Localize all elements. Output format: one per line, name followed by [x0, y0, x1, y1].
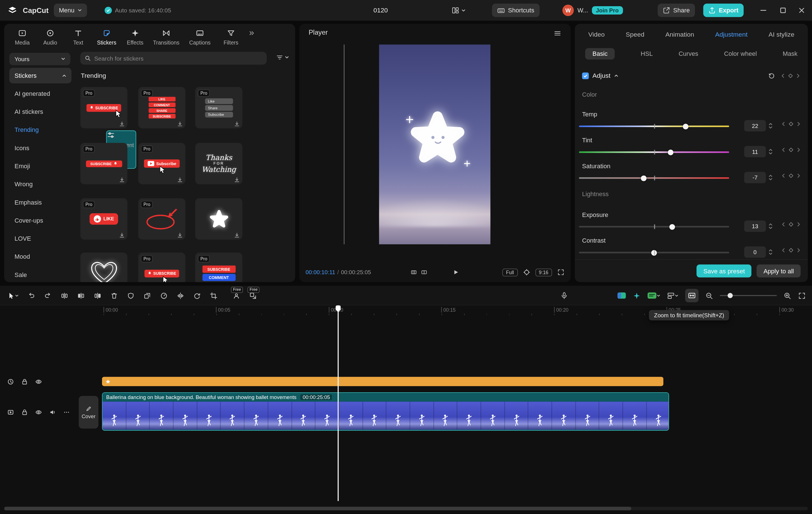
download-icon[interactable]: [119, 232, 125, 239]
more-icon[interactable]: [63, 409, 70, 416]
tab-adjustment[interactable]: Adjustment: [715, 31, 748, 38]
delete-left-button[interactable]: [77, 292, 85, 300]
fit-screen-icon[interactable]: [798, 292, 806, 300]
sticker-card-subscribe-bell[interactable]: Pro SUBSCRIBE: [80, 143, 127, 184]
ratio-button[interactable]: 9:16: [535, 268, 552, 276]
download-icon[interactable]: [119, 176, 125, 183]
zoom-out-icon[interactable]: [705, 292, 713, 300]
crop-button[interactable]: [210, 292, 218, 300]
clock-icon[interactable]: [7, 379, 14, 385]
redo-button[interactable]: [44, 292, 52, 300]
share-button[interactable]: Share: [658, 4, 695, 17]
sidebar-item-ai-stickers[interactable]: AI stickers: [9, 104, 71, 119]
preview-icon[interactable]: [7, 409, 14, 416]
tab-ai-stylize[interactable]: AI stylize: [768, 31, 794, 38]
tint-value[interactable]: 11: [744, 146, 766, 157]
sticker-card-subscribe[interactable]: Pro SUBSCRIBE: [80, 87, 127, 128]
scrollbar-thumb[interactable]: [4, 507, 631, 510]
tab-video[interactable]: Video: [588, 31, 605, 38]
horizontal-scrollbar[interactable]: [4, 507, 808, 510]
maximize-button[interactable]: [779, 6, 787, 14]
speed-button[interactable]: [160, 292, 168, 300]
filter-button[interactable]: [276, 54, 289, 61]
download-icon[interactable]: [176, 176, 183, 183]
track-options-button[interactable]: [667, 292, 678, 300]
full-preview-button[interactable]: Full: [502, 268, 518, 276]
sticker-card-gray-buttons[interactable]: Pro Like Share Subscribe: [195, 87, 242, 128]
sticker-card-circle-arrow[interactable]: Pro: [138, 198, 185, 240]
eye-icon[interactable]: [35, 409, 42, 416]
keyframe-nav[interactable]: [781, 121, 801, 127]
slider-handle[interactable]: [669, 224, 675, 230]
sidebar-item-trending[interactable]: Trending: [9, 122, 71, 138]
mask-button[interactable]: [127, 292, 135, 300]
download-icon[interactable]: [233, 232, 240, 239]
sticker-card-heart[interactable]: [80, 252, 127, 282]
keyframe-nav[interactable]: [781, 247, 801, 253]
download-icon[interactable]: [176, 232, 183, 239]
player-menu-icon[interactable]: [553, 30, 561, 37]
sticker-card-subscribe-comment[interactable]: Pro SUBSCRIBE COMMENT: [195, 252, 242, 282]
sidebar-item-love[interactable]: LOVE: [9, 231, 71, 246]
tab-text[interactable]: Text: [64, 28, 92, 46]
saturation-value[interactable]: -7: [744, 172, 766, 183]
stepper-icon[interactable]: [768, 248, 773, 256]
download-icon[interactable]: [233, 121, 240, 127]
contrast-slider[interactable]: [579, 252, 729, 253]
split-button[interactable]: [61, 292, 68, 300]
tab-animation[interactable]: Animation: [665, 31, 694, 38]
avatar[interactable]: W: [562, 5, 574, 16]
stepper-icon[interactable]: [768, 222, 773, 230]
save-as-preset-button[interactable]: Save as preset: [697, 265, 752, 278]
reset-icon[interactable]: [768, 72, 775, 79]
mirror-flip-button[interactable]: [176, 292, 184, 300]
zoom-in-icon[interactable]: [784, 292, 791, 300]
cover-template-button[interactable]: [647, 292, 660, 299]
sticker-track-clip[interactable]: [102, 377, 663, 386]
slider-handle[interactable]: [651, 250, 657, 255]
sidebar-item-sale[interactable]: Sale: [9, 267, 71, 282]
tab-transitions[interactable]: Transitions: [149, 28, 183, 46]
video-preview[interactable]: [379, 44, 490, 244]
sticker-card-like[interactable]: Pro LIKE: [80, 198, 127, 240]
shortcuts-button[interactable]: Shortcuts: [492, 4, 539, 17]
account-area[interactable]: W W... Join Pro: [562, 5, 623, 16]
slider-handle[interactable]: [668, 149, 673, 155]
join-pro-button[interactable]: Join Pro: [592, 6, 623, 14]
subtab-basic[interactable]: Basic: [585, 48, 615, 59]
slider-handle[interactable]: [641, 175, 646, 181]
mute-icon[interactable]: [49, 409, 56, 416]
stepper-icon[interactable]: [768, 147, 773, 156]
tab-stickers[interactable]: Stickers: [92, 28, 121, 46]
contrast-value[interactable]: 0: [744, 246, 766, 258]
zoom-to-fit-button[interactable]: [685, 289, 699, 302]
sidebar-item-wrong[interactable]: Wrong: [9, 176, 71, 192]
playhead[interactable]: [338, 305, 339, 501]
more-tabs-button[interactable]: [245, 30, 258, 37]
tab-captions[interactable]: Captions: [183, 28, 216, 46]
search-input[interactable]: [94, 55, 262, 61]
layout-button[interactable]: [452, 6, 466, 14]
delete-button[interactable]: [110, 292, 118, 300]
collapse-icon[interactable]: [614, 73, 618, 78]
overlay-button[interactable]: [144, 292, 151, 300]
tab-effects[interactable]: Effects: [121, 28, 149, 46]
rotate-button[interactable]: [193, 292, 201, 300]
sidebar-item-ai-generated[interactable]: AI generated: [9, 86, 71, 101]
sticker-card-star[interactable]: [195, 198, 242, 240]
apply-to-all-button[interactable]: Apply to all: [757, 265, 801, 278]
sidebar-item-stickers[interactable]: Stickers: [9, 68, 71, 83]
download-icon[interactable]: [176, 121, 183, 127]
subtab-color-wheel[interactable]: Color wheel: [724, 50, 757, 58]
tab-filters[interactable]: Filters: [216, 28, 245, 46]
lock-icon[interactable]: [21, 409, 28, 416]
edit-cover-button[interactable]: Cover: [79, 396, 98, 429]
menu-button[interactable]: Menu: [54, 4, 87, 17]
temp-slider[interactable]: [579, 125, 729, 127]
focus-icon[interactable]: [523, 269, 530, 276]
auto-cutout-button[interactable]: Free: [233, 292, 240, 300]
subtab-curves[interactable]: Curves: [679, 50, 698, 58]
keyframe-nav[interactable]: [781, 147, 801, 153]
lock-icon[interactable]: [21, 379, 28, 385]
subtab-mask[interactable]: Mask: [783, 50, 798, 58]
